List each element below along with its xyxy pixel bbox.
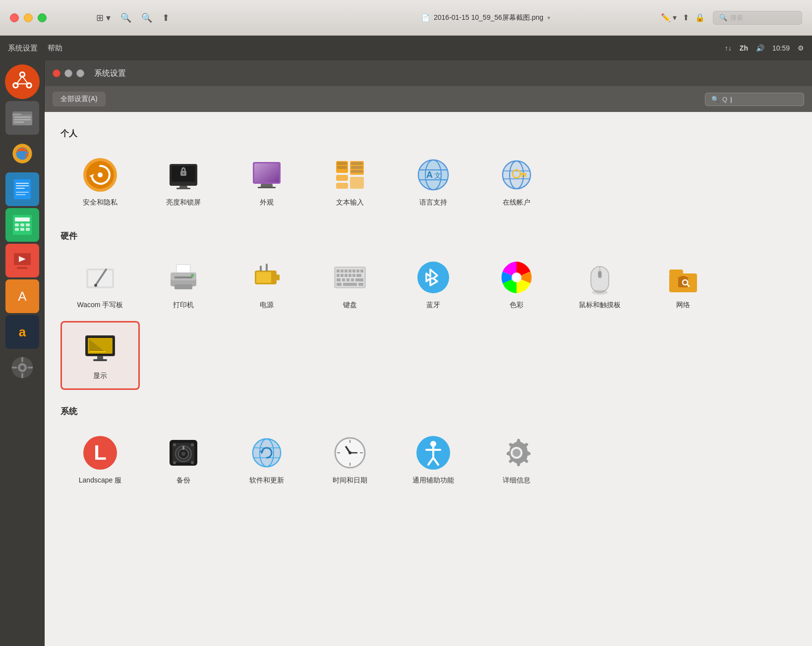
setting-item-time[interactable]: 时间和日期	[310, 427, 390, 492]
setting-item-mouse[interactable]: 鼠标和触摸板	[560, 252, 639, 317]
settings-search-box[interactable]: 🔍 Q |	[705, 93, 804, 106]
svg-rect-145	[93, 359, 107, 361]
settings-content: 个人 安全和隐私	[45, 112, 812, 646]
setting-item-details[interactable]: 详细信息	[477, 427, 556, 492]
setting-item-printer[interactable]: 打印机	[144, 252, 223, 317]
win-close-button[interactable]	[53, 69, 60, 77]
svg-rect-42	[11, 367, 17, 369]
svg-rect-18	[16, 188, 25, 189]
svg-rect-115	[356, 274, 361, 277]
mac-search-bar[interactable]: 🔍 搜索	[713, 11, 802, 25]
close-button[interactable]	[10, 13, 19, 22]
svg-rect-113	[348, 274, 351, 277]
setting-item-landscape[interactable]: L Landscape 服	[60, 427, 140, 492]
win-minimize-button[interactable]	[64, 69, 72, 77]
dock-item-calc[interactable]	[5, 208, 39, 242]
setting-item-accessibility[interactable]: 通用辅助功能	[394, 427, 473, 492]
svg-rect-85	[522, 175, 523, 178]
svg-rect-106	[348, 269, 351, 272]
mac-titlebar: ⊞ ▾ 🔍 🔍 ⬆ 📄 2016-01-15 10_59_56屏幕截图.png …	[0, 0, 812, 36]
svg-rect-12	[14, 121, 24, 123]
svg-point-157	[191, 461, 194, 464]
svg-point-155	[191, 443, 194, 446]
accessibility-label: 通用辅助功能	[412, 476, 454, 484]
svg-rect-20	[16, 194, 26, 195]
svg-rect-135	[669, 269, 683, 274]
svg-rect-28	[26, 228, 30, 231]
view-toggle-icon[interactable]: ⊞ ▾	[96, 12, 111, 23]
svg-rect-68	[351, 170, 363, 173]
svg-point-89	[94, 284, 97, 287]
personal-icons-grid: 安全和隐私	[60, 149, 796, 215]
share-icon[interactable]: ⬆	[162, 12, 170, 23]
dock-item-tools[interactable]	[5, 351, 39, 384]
menu-help[interactable]: 帮助	[48, 44, 62, 53]
svg-text:A: A	[18, 289, 27, 304]
section-title-hardware: 硬件	[60, 230, 796, 242]
details-label: 详细信息	[503, 476, 530, 484]
svg-point-53	[182, 172, 184, 174]
ubuntu-button[interactable]	[5, 64, 40, 99]
svg-point-77	[502, 160, 531, 190]
upload-icon[interactable]: ⬆	[683, 13, 689, 22]
svg-rect-97	[277, 274, 280, 280]
dock-item-amazon[interactable]: a	[5, 315, 39, 349]
setting-item-security[interactable]: 安全和隐私	[60, 149, 140, 215]
dock-item-appstore[interactable]: A	[5, 279, 39, 313]
menu-system-settings[interactable]: 系统设置	[8, 44, 38, 53]
setting-item-backup[interactable]: 备份	[144, 427, 223, 492]
setting-item-software[interactable]: 软件和更新	[227, 427, 306, 492]
language-label: 语言支持	[419, 198, 447, 207]
mouse-icon	[582, 260, 618, 295]
color-icon	[499, 260, 534, 295]
details-icon	[499, 435, 534, 471]
dock-item-files[interactable]	[5, 101, 39, 135]
input-method-zh[interactable]: Zh	[740, 44, 748, 52]
dock-item-impress[interactable]	[5, 244, 39, 277]
dock-item-firefox[interactable]	[5, 137, 39, 170]
svg-rect-17	[16, 185, 29, 186]
svg-rect-67	[351, 166, 363, 169]
maximize-button[interactable]	[38, 13, 47, 22]
svg-text:文: 文	[434, 171, 441, 179]
setting-item-display[interactable]: 显示	[60, 321, 140, 389]
setting-item-appearance[interactable]: 外观	[227, 149, 306, 215]
setting-item-language[interactable]: A 文 语言支持	[394, 149, 473, 215]
online-accounts-label: 在线帐户	[503, 198, 530, 207]
settings-gear-icon[interactable]: ⚙	[798, 44, 804, 52]
win-maximize-button[interactable]	[76, 69, 84, 77]
svg-rect-120	[355, 278, 363, 281]
setting-item-text-input[interactable]: 文本输入	[310, 149, 390, 215]
text-input-icon	[332, 157, 368, 193]
lock-icon[interactable]: 🔒	[695, 13, 705, 22]
volume-icon[interactable]: 🔊	[756, 44, 764, 52]
security-label: 安全和隐私	[83, 198, 117, 207]
setting-item-keyboard[interactable]: 键盘	[310, 252, 390, 317]
setting-item-color[interactable]: 色彩	[477, 252, 556, 317]
svg-rect-25	[26, 223, 30, 226]
keyboard-icon	[332, 260, 368, 295]
settings-window-title: 系统设置	[94, 68, 126, 79]
display-icon	[82, 330, 118, 366]
dock-item-writer[interactable]	[5, 172, 39, 206]
landscape-icon: L	[82, 435, 118, 471]
color-label: 色彩	[510, 300, 523, 309]
search-icon: 🔍	[711, 96, 719, 103]
zoom-out-icon[interactable]: 🔍	[120, 12, 131, 23]
setting-item-wacom[interactable]: Wacom 手写板	[60, 252, 140, 317]
edit-icon[interactable]: ✏️ ▾	[661, 13, 677, 22]
svg-rect-110	[337, 274, 340, 277]
setting-item-online-accounts[interactable]: 在线帐户	[477, 149, 556, 215]
appearance-label: 外观	[260, 198, 274, 207]
setting-item-network[interactable]: 网络	[643, 252, 723, 317]
main-area: A a	[0, 60, 812, 646]
setting-item-screen-lock[interactable]: 亮度和锁屏	[144, 149, 223, 215]
zoom-in-icon[interactable]: 🔍	[141, 12, 152, 23]
minimize-button[interactable]	[24, 13, 33, 22]
setting-item-power[interactable]: 电源	[227, 252, 306, 317]
back-all-settings-button[interactable]: 全部设置(A)	[53, 92, 106, 107]
time-label: 时间和日期	[333, 476, 367, 484]
input-switch-icon[interactable]: ↑↓	[725, 44, 732, 52]
svg-rect-114	[352, 274, 355, 277]
setting-item-bluetooth[interactable]: 蓝牙	[394, 252, 473, 317]
